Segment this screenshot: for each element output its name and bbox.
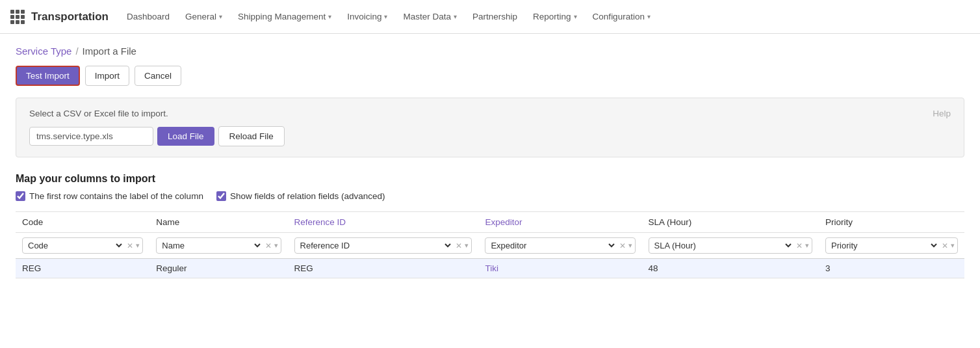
table-data-row: REG Reguler REG Tiki 48 3: [16, 259, 964, 278]
select-wrapper-expeditor[interactable]: Expeditor ✕ ▾: [485, 237, 635, 254]
nav-master-data[interactable]: Master Data ▾: [398, 0, 462, 34]
data-cell-expeditor[interactable]: Tiki: [478, 259, 641, 278]
chevron-down-icon[interactable]: ▾: [805, 241, 809, 250]
chevron-down-icon[interactable]: ▾: [465, 241, 469, 250]
import-info-area: Select a CSV or Excel file to import. Lo…: [29, 109, 285, 146]
map-section: Map your columns to import The first row…: [16, 173, 964, 278]
select-cell-priority: Priority ✕ ▾: [819, 233, 964, 259]
data-cell-code: REG: [16, 259, 149, 278]
grid-icon[interactable]: [10, 10, 25, 24]
navbar-brand: Transportation: [10, 10, 109, 24]
select-wrapper-priority[interactable]: Priority ✕ ▾: [825, 237, 958, 254]
select-code[interactable]: Code: [25, 240, 124, 251]
table-select-row: Code ✕ ▾ Name ✕ ▾: [16, 233, 964, 259]
select-name[interactable]: Name: [159, 240, 262, 251]
select-wrapper-name[interactable]: Name ✕ ▾: [156, 237, 281, 254]
data-cell-name: Reguler: [149, 259, 287, 278]
nav-general[interactable]: General ▾: [180, 0, 227, 34]
select-cell-code: Code ✕ ▾: [16, 233, 149, 259]
select-cell-expeditor: Expeditor ✕ ▾: [478, 233, 641, 259]
import-instruction: Select a CSV or Excel file to import.: [29, 109, 285, 118]
chevron-down-icon[interactable]: ▾: [136, 241, 140, 250]
cancel-button[interactable]: Cancel: [135, 66, 181, 86]
breadcrumb-current: Import a File: [83, 46, 136, 57]
data-cell-sla: 48: [642, 259, 819, 278]
nav-reporting[interactable]: Reporting ▾: [528, 0, 582, 34]
chevron-down-icon: ▾: [384, 13, 387, 20]
col-header-reference-id: Reference ID: [288, 212, 479, 233]
chevron-down-icon: ▾: [647, 13, 651, 20]
select-cell-name: Name ✕ ▾: [149, 233, 287, 259]
show-relations-checkbox[interactable]: [216, 191, 226, 201]
clear-icon[interactable]: ✕: [454, 241, 463, 250]
chevron-down-icon[interactable]: ▾: [951, 241, 955, 250]
nav-shipping-management[interactable]: Shipping Management ▾: [233, 0, 337, 34]
chevron-down-icon: ▾: [574, 13, 577, 20]
nav-dashboard[interactable]: Dashboard: [122, 0, 175, 34]
file-input[interactable]: [29, 127, 153, 146]
mapping-table: Code Name Reference ID Expeditor SLA (Ho…: [16, 211, 964, 278]
col-header-code: Code: [16, 212, 149, 233]
breadcrumb-parent[interactable]: Service Type: [16, 46, 71, 57]
map-section-title: Map your columns to import: [16, 173, 964, 185]
file-input-row: Load File Reload File: [29, 126, 285, 146]
select-priority[interactable]: Priority: [829, 240, 939, 251]
clear-icon[interactable]: ✕: [618, 241, 627, 250]
chevron-down-icon: ▾: [454, 13, 457, 20]
clear-icon[interactable]: ✕: [264, 241, 273, 250]
reload-file-button[interactable]: Reload File: [218, 126, 285, 146]
breadcrumb: Service Type / Import a File: [16, 46, 964, 57]
chevron-down-icon[interactable]: ▾: [628, 241, 632, 250]
clear-icon[interactable]: ✕: [125, 241, 135, 250]
first-row-label: The first row contains the label of the …: [29, 191, 203, 201]
table-header-row: Code Name Reference ID Expeditor SLA (Ho…: [16, 212, 964, 233]
show-relations-label: Show fields of relation fields (advanced…: [230, 191, 385, 201]
select-cell-sla: SLA (Hour) ✕ ▾: [642, 233, 819, 259]
data-cell-reference-id: REG: [288, 259, 479, 278]
first-row-checkbox-label[interactable]: The first row contains the label of the …: [16, 191, 203, 201]
checkboxes-row: The first row contains the label of the …: [16, 191, 964, 201]
col-header-priority: Priority: [819, 212, 964, 233]
select-expeditor[interactable]: Expeditor: [488, 240, 616, 251]
nav-invoicing[interactable]: Invoicing ▾: [342, 0, 393, 34]
navbar: Transportation Dashboard General ▾ Shipp…: [0, 0, 980, 34]
select-reference-id[interactable]: Reference ID: [298, 240, 454, 251]
help-link[interactable]: Help: [933, 109, 951, 118]
chevron-down-icon[interactable]: ▾: [274, 241, 278, 250]
action-buttons: Test Import Import Cancel: [16, 66, 964, 86]
page-content: Service Type / Import a File Test Import…: [0, 34, 980, 290]
load-file-button[interactable]: Load File: [157, 127, 214, 146]
select-wrapper-sla[interactable]: SLA (Hour) ✕ ▾: [649, 237, 813, 254]
show-relations-checkbox-label[interactable]: Show fields of relation fields (advanced…: [216, 191, 385, 201]
clear-icon[interactable]: ✕: [795, 241, 804, 250]
select-wrapper-reference-id[interactable]: Reference ID ✕ ▾: [294, 237, 472, 254]
select-sla[interactable]: SLA (Hour): [652, 240, 794, 251]
breadcrumb-separator: /: [75, 46, 78, 57]
chevron-down-icon: ▾: [219, 13, 222, 20]
col-header-expeditor: Expeditor: [478, 212, 641, 233]
test-import-button[interactable]: Test Import: [16, 66, 80, 86]
col-header-sla: SLA (Hour): [642, 212, 819, 233]
first-row-checkbox[interactable]: [16, 191, 25, 201]
import-button[interactable]: Import: [85, 66, 129, 86]
nav-configuration[interactable]: Configuration ▾: [587, 0, 656, 34]
data-cell-priority: 3: [819, 259, 964, 278]
import-section-top: Select a CSV or Excel file to import. Lo…: [29, 109, 951, 146]
select-cell-reference-id: Reference ID ✕ ▾: [288, 233, 479, 259]
select-wrapper-code[interactable]: Code ✕ ▾: [22, 237, 143, 254]
clear-icon[interactable]: ✕: [940, 241, 949, 250]
app-title: Transportation: [31, 10, 109, 23]
chevron-down-icon: ▾: [328, 13, 331, 20]
nav-partnership[interactable]: Partnership: [467, 0, 522, 34]
col-header-name: Name: [149, 212, 287, 233]
import-section: Select a CSV or Excel file to import. Lo…: [16, 98, 964, 157]
